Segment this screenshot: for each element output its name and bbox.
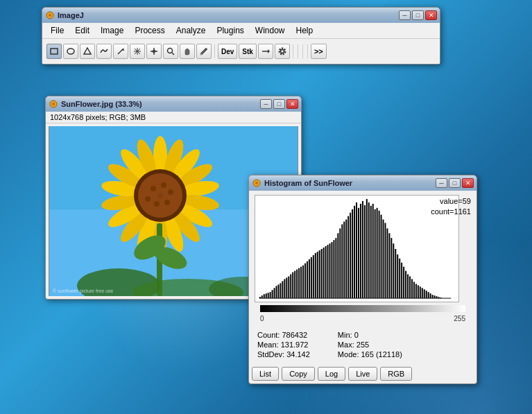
svg-rect-93 [323,248,325,298]
toolbar-separator-2 [293,44,293,58]
svg-rect-70 [276,286,277,298]
sunflower-window-controls: ─ □ ✕ [260,99,298,109]
sunflower-minimize-button[interactable]: ─ [260,99,272,109]
svg-rect-76 [288,276,289,298]
sunflower-close-button[interactable]: ✕ [286,99,298,109]
value-label: value=59 [431,196,471,207]
tool-polygon[interactable] [80,44,95,59]
svg-rect-86 [309,259,310,298]
svg-rect-138 [415,284,417,298]
copy-button[interactable]: Copy [282,367,315,381]
svg-text:© sunflower picture free use: © sunflower picture free use [53,288,113,294]
tool-stk[interactable]: Stk [239,44,257,59]
svg-rect-95 [327,245,329,298]
svg-point-48 [164,200,170,205]
svg-line-5 [118,49,123,54]
svg-rect-106 [350,213,351,298]
mode-stat: Mode: 165 (12118) [338,350,402,359]
imagej-maximize-button[interactable]: □ [412,10,424,20]
svg-rect-129 [397,255,398,298]
svg-rect-80 [296,270,298,298]
svg-rect-72 [280,283,281,298]
list-button[interactable]: List [252,367,279,381]
tool-more[interactable]: >> [311,44,327,59]
log-button[interactable]: Log [318,367,345,381]
svg-rect-121 [381,215,382,298]
tool-gear[interactable] [275,44,290,59]
tool-arrow[interactable] [258,44,273,59]
imagej-title-bar[interactable]: ImageJ ─ □ ✕ [42,8,440,23]
histogram-icon [252,178,261,188]
tool-hand[interactable] [180,44,195,59]
menu-plugins[interactable]: Plugins [211,24,249,37]
svg-rect-101 [339,228,341,298]
svg-rect-78 [292,273,293,299]
live-button[interactable]: Live [348,367,377,381]
svg-rect-69 [274,288,275,298]
menu-image[interactable]: Image [95,24,129,37]
svg-rect-131 [401,263,402,298]
svg-rect-85 [307,261,308,298]
imagej-main-window: ImageJ ─ □ ✕ File Edit Image Process Ana… [42,7,440,64]
svg-rect-88 [313,255,314,298]
menu-process[interactable]: Process [129,24,170,37]
imagej-toolbar: Dev Stk >> [42,39,440,64]
svg-rect-65 [266,293,267,298]
svg-rect-67 [270,292,271,298]
menu-file[interactable]: File [45,24,69,37]
rgb-button[interactable]: RGB [380,367,412,381]
svg-rect-89 [315,253,316,298]
histogram-close-button[interactable]: ✕ [462,178,474,188]
svg-rect-141 [422,288,423,298]
histogram-minimize-button[interactable]: ─ [436,178,447,188]
toolbar-separator-3 [298,44,298,58]
tool-oval[interactable] [63,44,78,59]
sunflower-title-bar[interactable]: SunFlower.jpg (33.3%) ─ □ ✕ [46,96,301,112]
histogram-maximize-button[interactable]: □ [449,178,461,188]
svg-rect-97 [331,242,332,298]
imagej-minimize-button[interactable]: ─ [399,10,411,20]
count-stat: Count: 786432 [257,331,310,339]
imagej-close-button[interactable]: ✕ [425,10,437,20]
svg-rect-120 [379,211,380,298]
sunflower-maximize-button[interactable]: □ [273,99,285,109]
svg-rect-139 [418,285,419,298]
svg-point-46 [161,182,166,188]
menu-window[interactable]: Window [250,24,291,37]
histogram-title-bar[interactable]: Histogram of SunFlower ─ □ ✕ [249,175,477,191]
svg-rect-87 [311,257,312,298]
svg-point-19 [280,50,284,53]
svg-rect-128 [395,249,396,298]
menu-help[interactable]: Help [291,24,319,37]
tool-multipoint[interactable] [130,44,145,59]
tool-crosshair[interactable] [146,44,162,59]
image-dimensions: 1024x768 pixels; RGB; 3MB [50,113,146,121]
histogram-button-row: List Copy Log Live RGB [249,363,477,383]
tool-rectangle[interactable] [46,44,62,59]
histogram-title: Histogram of SunFlower [264,179,436,187]
svg-point-3 [67,49,74,54]
menu-edit[interactable]: Edit [69,24,95,37]
tool-eyedropper[interactable] [196,44,212,59]
image-info-bar: 1024x768 pixels; RGB; 3MB [46,112,301,123]
svg-rect-73 [282,281,283,298]
count-label: count=1161 [431,207,471,217]
menu-analyze[interactable]: Analyze [171,24,212,37]
svg-rect-77 [290,275,291,299]
max-stat: Max: 255 [338,340,402,349]
svg-rect-143 [426,291,427,298]
svg-point-45 [151,186,156,191]
svg-rect-109 [356,202,357,298]
svg-rect-64 [264,294,265,298]
svg-point-22 [52,103,55,105]
tool-magnify[interactable] [163,44,178,59]
tool-line[interactable] [113,44,128,59]
svg-rect-136 [411,279,413,298]
stats-row-1: Count: 786432 Mean: 131.972 StdDev: 34.1… [256,331,470,359]
histogram-chart-area: 0 255 value=59 count=1161 [249,191,477,329]
svg-rect-81 [298,268,300,298]
svg-rect-124 [386,228,388,298]
tool-dev[interactable]: Dev [218,44,237,59]
tool-freehand[interactable] [96,44,112,59]
histogram-gradient-bar [260,305,465,312]
